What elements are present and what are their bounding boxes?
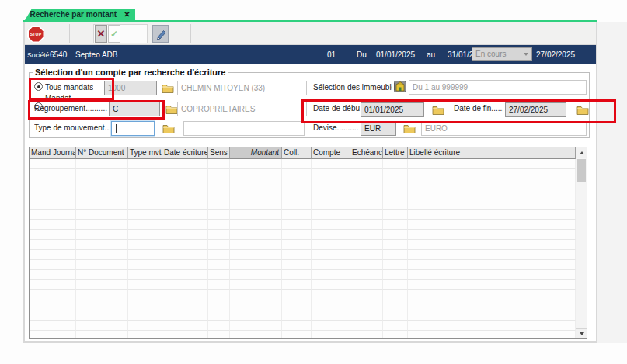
table-cell	[282, 210, 312, 220]
table-cell	[350, 270, 383, 280]
au-label: au	[427, 50, 435, 59]
scroll-down-button[interactable]	[576, 328, 587, 338]
scroll-up-button[interactable]	[576, 147, 587, 158]
table-cell	[312, 331, 350, 339]
column-header-lettre[interactable]: Lettre	[383, 147, 408, 159]
table-row[interactable]	[30, 260, 587, 270]
table-cell	[51, 331, 76, 339]
table-cell	[128, 199, 162, 210]
table-cell	[208, 321, 230, 331]
table-cell	[350, 280, 383, 290]
table-row[interactable]	[30, 220, 587, 230]
table-cell	[30, 321, 51, 331]
table-row[interactable]	[30, 189, 587, 199]
column-header-journal[interactable]: Journal	[51, 147, 76, 159]
table-cell	[312, 159, 350, 169]
column-header-sens[interactable]: Sens	[208, 147, 230, 159]
period-start-date: 01/01/2025	[376, 50, 415, 59]
table-cell	[408, 159, 576, 169]
folder-lookup-mandat[interactable]	[162, 82, 174, 96]
immeubles-select-button[interactable]	[394, 81, 406, 95]
table-cell	[282, 321, 312, 331]
table-cell	[383, 220, 408, 230]
table-row[interactable]	[30, 240, 587, 250]
validate-button[interactable]: ✓	[108, 25, 120, 43]
table-cell	[408, 199, 576, 210]
table-cell	[162, 210, 208, 220]
folder-icon	[165, 104, 178, 114]
table-row[interactable]	[30, 321, 587, 331]
table-cell	[350, 159, 383, 169]
table-cell	[76, 210, 128, 220]
table-cell	[350, 169, 383, 179]
table-cell	[30, 159, 51, 169]
folder-lookup-date-fin[interactable]	[576, 104, 589, 118]
column-header-coll[interactable]: Coll.	[282, 147, 312, 159]
folder-lookup-date-debut[interactable]	[432, 104, 444, 118]
folder-lookup-type-mouvement[interactable]	[162, 123, 175, 137]
type-mouvement-input[interactable]	[111, 121, 155, 136]
table-cell	[282, 260, 312, 270]
table-row[interactable]	[30, 250, 587, 260]
fieldset-legend: Sélection d'un compte par recherche d'éc…	[33, 68, 228, 77]
table-cell	[76, 179, 128, 189]
table-row[interactable]	[30, 310, 587, 321]
immeubles-label: Sélection des immeubles..	[313, 83, 392, 92]
chevron-down-icon	[524, 53, 528, 56]
status-value: En cours	[475, 50, 506, 58]
table-cell	[30, 210, 51, 220]
table-cell	[312, 250, 350, 260]
table-cell	[408, 310, 576, 321]
scrollbar-thumb[interactable]	[577, 159, 586, 182]
table-cell	[312, 300, 350, 310]
table-cell	[408, 280, 576, 290]
vertical-scrollbar[interactable]	[576, 147, 587, 338]
column-header-compte[interactable]: Compte	[312, 147, 350, 159]
table-cell	[162, 240, 208, 250]
table-cell	[408, 169, 576, 179]
table-cell	[128, 321, 162, 331]
table-row[interactable]	[30, 179, 587, 189]
session-header-bar: Société 6540 Septeo ADB 01 Du 01/01/2025…	[25, 45, 596, 64]
column-header-libell-criture[interactable]: Libellé écriture	[408, 147, 576, 159]
table-cell	[350, 310, 383, 321]
regroupement-input[interactable]: C	[109, 102, 160, 116]
mandat-code-input[interactable]: 1000	[104, 81, 157, 95]
table-cell	[30, 199, 51, 210]
devise-code-input[interactable]: EUR	[361, 121, 396, 136]
column-header-mandat[interactable]: Mandat	[30, 147, 51, 159]
journal-code: 01	[327, 50, 336, 59]
date-fin-input[interactable]: 27/02/2025	[505, 102, 566, 117]
table-cell	[162, 270, 208, 280]
table-row[interactable]	[30, 270, 587, 280]
cancel-button[interactable]: ✕	[95, 25, 107, 43]
column-header-type-mvt[interactable]: Type mvt.	[128, 147, 162, 159]
table-row[interactable]	[30, 159, 587, 169]
table-row[interactable]	[30, 331, 587, 339]
table-cell	[76, 230, 128, 240]
edit-button[interactable]	[152, 25, 169, 43]
column-header-n-document[interactable]: N° Document	[76, 147, 128, 159]
table-row[interactable]	[30, 300, 587, 310]
table-cell	[282, 230, 312, 240]
table-cell	[128, 179, 162, 189]
column-header-ech-ance[interactable]: Echéance	[350, 147, 383, 159]
date-debut-input[interactable]: 01/01/2025	[361, 102, 424, 117]
folder-lookup-devise[interactable]	[403, 123, 416, 137]
table-row[interactable]	[30, 210, 587, 220]
radio-tous-mandats[interactable]	[34, 82, 43, 91]
table-row[interactable]	[30, 290, 587, 300]
check-icon: ✓	[110, 29, 118, 40]
status-select[interactable]: En cours	[472, 47, 532, 61]
table-cell	[282, 270, 312, 280]
folder-lookup-regroupement[interactable]	[165, 103, 178, 117]
tab-recherche-par-montant[interactable]: Recherche par montant ✕	[25, 9, 135, 20]
close-icon[interactable]: ✕	[124, 10, 130, 19]
table-row[interactable]	[30, 230, 587, 240]
table-row[interactable]	[30, 280, 587, 290]
table-cell	[30, 189, 51, 199]
table-row[interactable]	[30, 169, 587, 179]
column-header-montant[interactable]: Montant	[230, 147, 282, 159]
column-header-date-criture[interactable]: Date écriture	[162, 147, 208, 159]
table-row[interactable]	[30, 199, 587, 210]
